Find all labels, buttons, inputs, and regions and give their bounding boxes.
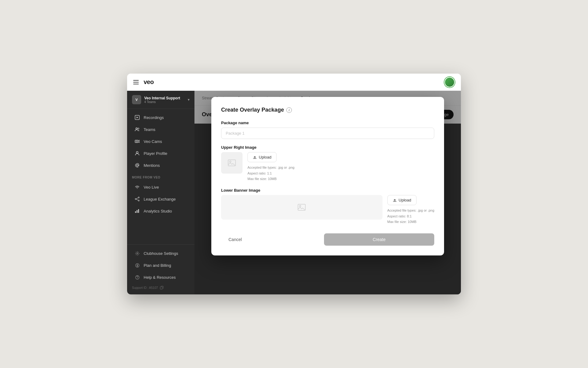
camera-icon (134, 139, 140, 144)
create-button[interactable]: Create (324, 233, 434, 246)
sidebar-item-league-exchange[interactable]: League Exchange (130, 193, 192, 205)
svg-point-9 (138, 200, 139, 201)
package-name-label: Package name (221, 121, 434, 125)
svg-rect-18 (160, 287, 162, 289)
menu-button[interactable] (133, 80, 139, 84)
share-icon (134, 196, 140, 202)
lower-banner-preview-box (221, 195, 383, 220)
sidebar-item-plan-billing[interactable]: Plan and Billing (130, 259, 192, 271)
upper-right-meta: Accepted file types: .jpg or .png Aspect… (247, 165, 294, 182)
modal-title: Create Overlay Package i (221, 107, 434, 113)
cancel-button[interactable]: Cancel (221, 234, 249, 245)
org-teams: 4 Teams (144, 100, 185, 104)
svg-point-6 (136, 164, 138, 166)
upload-icon (393, 198, 397, 202)
veo-logo: veo (144, 79, 154, 86)
sidebar-item-veo-live[interactable]: Veo Live (130, 181, 192, 193)
sidebar-item-label: Analytics Studio (144, 209, 172, 213)
sidebar-item-label: Mentions (144, 163, 160, 168)
lower-banner-upload-info: Upload Accepted file types: .jpg or .png… (387, 195, 434, 225)
main-layout: V Veo Internal Support 4 Teams ▾ Recordi… (127, 91, 461, 294)
svg-point-5 (136, 151, 138, 153)
image-placeholder-icon (228, 159, 236, 167)
org-name: Veo Internal Support (144, 96, 185, 100)
sidebar-item-label: Recordings (144, 115, 164, 120)
sidebar-item-recordings[interactable]: Recordings (130, 112, 192, 123)
svg-rect-11 (135, 211, 136, 213)
modal-footer: Cancel Create (221, 233, 434, 246)
svg-point-14 (137, 253, 138, 254)
sidebar-item-player-profile[interactable]: Player Profile (130, 148, 192, 159)
upper-right-upload-row: Upload Accepted file types: .jpg or .png… (221, 152, 434, 182)
create-overlay-package-modal: Create Overlay Package i Package name Up… (211, 97, 444, 255)
org-selector[interactable]: V Veo Internal Support 4 Teams ▾ (127, 91, 194, 109)
info-icon[interactable]: i (286, 107, 292, 113)
sidebar-nav: Recordings Teams (127, 109, 194, 244)
svg-rect-13 (138, 209, 139, 213)
svg-point-1 (136, 128, 138, 129)
sidebar-bottom: Clubhouse Settings Plan and Billing (127, 244, 194, 294)
banner-placeholder-icon (297, 203, 306, 212)
org-info: Veo Internal Support 4 Teams (144, 96, 185, 104)
support-id: Support ID : A5107 (127, 283, 194, 292)
wifi-icon (134, 184, 140, 190)
sidebar-item-clubhouse-settings[interactable]: Clubhouse Settings (130, 247, 192, 259)
svg-point-22 (300, 205, 301, 207)
copy-icon[interactable] (160, 286, 164, 289)
users-icon (134, 127, 140, 132)
sidebar-item-label: Help & Resources (144, 275, 176, 280)
lower-banner-upload-row: Upload Accepted file types: .jpg or .png… (221, 195, 434, 225)
app-window: veo V Veo Internal Support 4 Teams ▾ (127, 74, 461, 294)
svg-point-17 (137, 278, 137, 278)
play-icon (134, 115, 140, 120)
svg-point-20 (230, 161, 231, 163)
org-icon: V (132, 95, 141, 104)
upper-right-image-group: Upper Right Image (221, 145, 434, 182)
svg-point-10 (135, 198, 136, 200)
dollar-icon (134, 263, 140, 268)
lower-banner-label: Lower Banner Image (221, 188, 434, 193)
sidebar-item-label: Veo Live (144, 185, 159, 190)
lower-banner-upload-button[interactable]: Upload (387, 195, 417, 205)
support-id-text: Support ID : A5107 (132, 286, 158, 289)
content-area: Stream Settings Stream Diagnostics Insig… (194, 91, 461, 294)
package-name-input[interactable] (221, 128, 434, 139)
lower-banner-image-group: Lower Banner Image (221, 188, 434, 225)
svg-rect-3 (135, 140, 138, 143)
sidebar-item-analytics-studio[interactable]: Analytics Studio (130, 205, 192, 217)
upper-right-image-label: Upper Right Image (221, 145, 434, 150)
bar-chart-icon (134, 208, 140, 214)
gear-icon (134, 251, 140, 256)
top-bar-left: veo (133, 79, 154, 86)
sidebar-item-label: Plan and Billing (144, 263, 171, 268)
sidebar-item-mentions[interactable]: Mentions (130, 159, 192, 171)
svg-point-8 (138, 197, 139, 198)
svg-point-7 (137, 188, 138, 189)
svg-point-4 (136, 141, 137, 142)
top-bar: veo (127, 74, 461, 91)
chevron-down-icon: ▾ (188, 98, 190, 102)
svg-rect-12 (137, 210, 138, 213)
avatar[interactable] (444, 77, 455, 87)
more-from-veo-label: More From Veo (127, 171, 194, 181)
svg-point-2 (138, 128, 139, 129)
upper-right-upload-info: Upload Accepted file types: .jpg or .png… (247, 152, 294, 182)
sidebar-item-label: League Exchange (144, 197, 176, 201)
user-icon (134, 151, 140, 156)
at-icon (134, 163, 140, 168)
lower-banner-meta: Accepted file types: .jpg or .png Aspect… (387, 208, 434, 225)
package-name-field-group: Package name (221, 121, 434, 139)
sidebar-item-help-resources[interactable]: Help & Resources (130, 271, 192, 283)
sidebar-item-veo-cams[interactable]: Veo Cams (130, 136, 192, 147)
upper-right-upload-button[interactable]: Upload (247, 152, 277, 162)
sidebar: V Veo Internal Support 4 Teams ▾ Recordi… (127, 91, 194, 294)
upper-right-preview-box (221, 152, 243, 174)
upload-icon (253, 155, 257, 159)
question-icon (134, 274, 140, 280)
sidebar-item-teams[interactable]: Teams (130, 124, 192, 135)
modal-overlay: Create Overlay Package i Package name Up… (194, 91, 461, 294)
sidebar-item-label: Player Profile (144, 151, 167, 156)
sidebar-item-label: Teams (144, 127, 155, 132)
sidebar-item-label: Clubhouse Settings (144, 251, 178, 256)
sidebar-item-label: Veo Cams (144, 139, 162, 144)
